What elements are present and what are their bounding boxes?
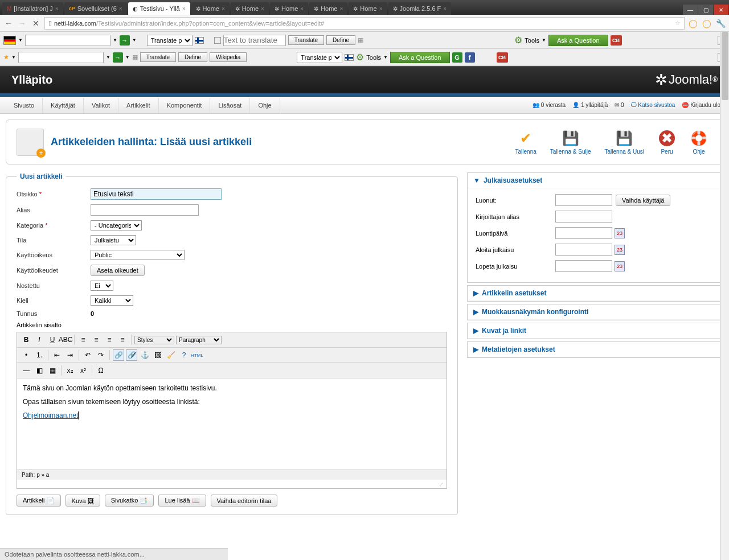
panel-header[interactable]: ▶Muokkausnäkymän konfigurointi — [468, 304, 723, 320]
close-icon[interactable]: × — [379, 6, 383, 12]
align-right-button[interactable]: ≡ — [104, 334, 115, 345]
chevron-down-icon[interactable]: ▼ — [11, 55, 16, 60]
anchor-button[interactable]: ⚓ — [139, 349, 150, 361]
cancel-button[interactable]: ✖ Peru — [653, 127, 681, 157]
clean-button[interactable]: 🧹 — [165, 349, 177, 361]
set-permissions-button[interactable]: Aseta oikeudet — [91, 265, 145, 276]
ask-question-button[interactable]: Ask a Question — [548, 35, 608, 46]
chevron-down-icon[interactable]: ▼ — [125, 55, 130, 60]
tab-home-5[interactable]: ✲Home× — [349, 2, 387, 15]
html-button[interactable]: HTML — [191, 349, 203, 361]
vertical-scrollbar[interactable] — [720, 32, 729, 521]
sup-button[interactable]: x² — [77, 365, 89, 376]
tab-joomla-256[interactable]: ✲Joomla 2.5.6 F× — [388, 2, 452, 15]
featured-select[interactable]: Ei — [91, 281, 113, 291]
calendar-icon[interactable]: 23 — [615, 245, 625, 255]
grid-icon[interactable]: ▦ — [358, 36, 363, 44]
change-user-button[interactable]: Vaihda käyttäjä — [616, 195, 670, 206]
menu-sivusto[interactable]: Sivusto — [6, 98, 43, 113]
extension-icon[interactable]: ◯ — [688, 18, 698, 28]
window-maximize-button[interactable]: ▢ — [698, 5, 713, 15]
star-icon[interactable]: ★ — [3, 53, 9, 61]
toggle-editor-button[interactable]: Vaihda editorin tilaa — [211, 495, 278, 507]
panel-header[interactable]: ▶Metatietojen asetukset — [468, 342, 723, 357]
translate-source-input[interactable] — [18, 52, 104, 63]
publish-down-input[interactable] — [555, 260, 612, 272]
close-icon[interactable]: × — [443, 6, 447, 12]
menu-valikot[interactable]: Valikot — [84, 98, 118, 113]
readmore-button[interactable]: Lue lisää 📖 — [158, 495, 206, 507]
flag-fi-icon[interactable] — [345, 54, 354, 61]
panel-header[interactable]: ▶Artikkelin asetukset — [468, 286, 723, 301]
state-select[interactable]: Julkaistu — [91, 235, 136, 245]
unlink-button[interactable]: 🔗̸ — [126, 349, 137, 361]
char-button[interactable]: Ω — [95, 365, 107, 376]
wrench-icon[interactable]: 🔧 — [715, 18, 726, 28]
window-minimize-button[interactable]: — — [683, 5, 698, 15]
panel-header[interactable]: ▼Julkaisuasetukset — [468, 173, 723, 188]
calendar-icon[interactable]: 23 — [615, 261, 625, 271]
bookmark-star-icon[interactable]: ☆ — [675, 19, 681, 27]
tools-label[interactable]: Tools — [525, 37, 539, 44]
save-new-button[interactable]: 💾 Tallenna & Uusi — [600, 127, 649, 157]
save-button[interactable]: ✔ Tallenna — [511, 127, 541, 157]
flag-fi-icon[interactable] — [195, 37, 204, 44]
ask-question-button[interactable]: Ask a Question — [390, 52, 450, 63]
tab-installatron[interactable]: M [Installatron] J × — [2, 2, 63, 15]
close-icon[interactable]: × — [300, 6, 304, 12]
insert-image-button[interactable]: Kuva 🖼 — [65, 495, 100, 507]
translate-button[interactable]: Translate — [140, 52, 176, 62]
g-icon[interactable]: G — [452, 52, 462, 63]
gear-icon[interactable]: ⚙ — [356, 52, 364, 63]
translate-mode-select[interactable]: Translate pa — [297, 52, 342, 63]
underline-button[interactable]: U — [47, 334, 58, 345]
save-close-button[interactable]: 💾 Tallenna & Sulje — [546, 127, 596, 157]
menu-komponentit[interactable]: Komponentit — [159, 98, 211, 113]
bold-button[interactable]: B — [21, 334, 32, 345]
pagebreak-button[interactable]: Sivukatko 📑 — [105, 495, 154, 507]
outdent-button[interactable]: ⇤ — [51, 349, 63, 361]
forward-button[interactable]: → — [17, 18, 27, 28]
flag-de-icon[interactable] — [3, 36, 16, 45]
italic-button[interactable]: I — [34, 334, 45, 345]
menu-ohje[interactable]: Ohje — [250, 98, 280, 113]
indent-button[interactable]: ⇥ — [64, 349, 76, 361]
menu-lisaosat[interactable]: Lisäosat — [210, 98, 250, 113]
facebook-icon[interactable]: f — [465, 52, 475, 63]
window-close-button[interactable]: ✕ — [714, 5, 728, 15]
align-left-button[interactable]: ≡ — [77, 334, 89, 345]
ol-button[interactable]: 1. — [34, 349, 45, 361]
link-button[interactable]: 🔗 — [113, 349, 124, 361]
define-button[interactable]: Define — [326, 35, 355, 45]
arrow-right-icon[interactable]: → — [120, 35, 130, 46]
menu-kayttajat[interactable]: Käyttäjät — [43, 98, 84, 113]
align-center-button[interactable]: ≡ — [91, 334, 102, 345]
chevron-down-icon[interactable]: ▼ — [18, 38, 23, 43]
created-date-input[interactable] — [555, 227, 612, 239]
tab-home-3[interactable]: ✲Home× — [270, 2, 308, 15]
url-input[interactable]: ▯ netti-lakka.com/Testisivu/administrato… — [44, 17, 685, 30]
help-button[interactable]: 🛟 Ohje — [685, 127, 712, 157]
gear-icon[interactable]: ⚙ — [514, 35, 522, 46]
chevron-down-icon[interactable]: ▼ — [106, 55, 110, 60]
access-select[interactable]: Public — [91, 250, 185, 260]
grid-icon[interactable]: ▦ — [132, 53, 138, 61]
strike-button[interactable]: ABC — [60, 334, 71, 345]
text-to-translate-input[interactable] — [223, 35, 286, 46]
define-button[interactable]: Define — [178, 52, 207, 62]
close-icon[interactable]: × — [339, 6, 343, 12]
alias-input[interactable] — [91, 204, 199, 216]
stop-button[interactable]: ✕ — [31, 18, 41, 28]
ul-button[interactable]: • — [21, 349, 32, 361]
redo-button[interactable]: ↷ — [95, 349, 107, 361]
title-input[interactable] — [91, 188, 222, 200]
checkbox-icon[interactable] — [214, 37, 221, 44]
language-select[interactable]: Kaikki — [91, 295, 133, 306]
tools-label[interactable]: Tools — [366, 54, 381, 61]
undo-button[interactable]: ↶ — [82, 349, 93, 361]
chevron-down-icon[interactable]: ▼ — [542, 38, 546, 43]
tab-sovellukset[interactable]: cP Sovellukset (6 × — [64, 2, 127, 15]
resize-handle-icon[interactable]: ⟋ — [17, 480, 447, 488]
created-by-input[interactable] — [555, 194, 612, 206]
arrow-right-icon[interactable]: → — [113, 52, 123, 63]
